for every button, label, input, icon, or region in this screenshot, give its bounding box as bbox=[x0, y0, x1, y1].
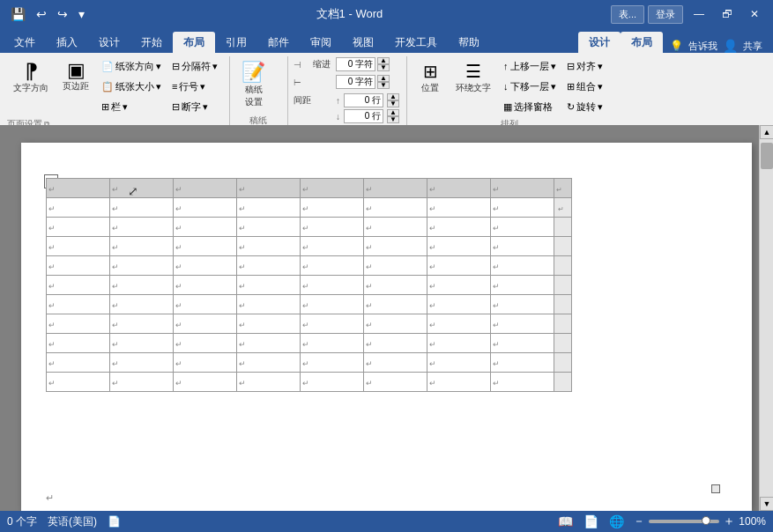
table-cell[interactable]: ↵ bbox=[47, 276, 110, 295]
table-cell[interactable]: ↵ bbox=[427, 373, 491, 392]
zoom-slider[interactable] bbox=[649, 520, 719, 523]
table-cell[interactable]: ↵ bbox=[301, 198, 364, 218]
doc-check-icon[interactable]: 📄 bbox=[108, 515, 121, 528]
table-cell[interactable]: ↵ bbox=[47, 334, 110, 353]
minimize-btn[interactable]: — bbox=[687, 4, 711, 24]
table-cell[interactable]: ↵ bbox=[427, 334, 491, 353]
table-cell[interactable]: ↵ bbox=[237, 276, 301, 295]
indent-left-input[interactable] bbox=[336, 57, 375, 71]
scroll-thumb[interactable] bbox=[761, 143, 773, 169]
table-cell[interactable]: ↵ bbox=[427, 218, 491, 237]
redo-quick-btn[interactable]: ↪ bbox=[54, 5, 71, 23]
tab-review[interactable]: 审阅 bbox=[300, 32, 342, 53]
table-cell[interactable]: ↵ bbox=[301, 179, 364, 198]
table-cell[interactable]: ↵ bbox=[427, 314, 491, 334]
paper-size-btn[interactable]: 📋 纸张大小 ▾ bbox=[97, 78, 166, 96]
tab-design[interactable]: 设计 bbox=[88, 32, 130, 53]
table-cell[interactable]: ↵ bbox=[174, 314, 237, 334]
table-cell[interactable]: ↵ bbox=[110, 373, 174, 392]
table-cell[interactable]: ↵ bbox=[364, 276, 427, 295]
table-cell[interactable]: ↵ bbox=[364, 314, 427, 334]
bring-forward-btn[interactable]: ↑ 上移一层 ▾ bbox=[499, 57, 561, 76]
tab-insert[interactable]: 插入 bbox=[46, 32, 88, 53]
table-cell[interactable]: ↵ bbox=[174, 334, 237, 353]
table-cell[interactable]: ↵ bbox=[554, 198, 572, 218]
tab-design2[interactable]: 设计 bbox=[578, 32, 621, 53]
undo-quick-btn[interactable]: ↩ bbox=[33, 5, 50, 23]
quick-access-more-btn[interactable]: ▾ bbox=[75, 5, 88, 23]
table-cell[interactable]: ↵ bbox=[491, 276, 554, 295]
table-cell[interactable]: ↵ bbox=[47, 179, 110, 198]
indent-right-input[interactable] bbox=[336, 75, 375, 89]
table-cell[interactable]: ↵ bbox=[47, 198, 110, 218]
line-numbers-btn[interactable]: ≡ 行号 ▾ bbox=[167, 78, 222, 96]
table-cell[interactable]: ↵ bbox=[174, 256, 237, 276]
table-cell[interactable]: ↵ bbox=[237, 198, 301, 218]
table-cell[interactable]: ↵ bbox=[47, 218, 110, 237]
table-cell[interactable] bbox=[554, 218, 572, 237]
table-cell[interactable]: ↵ bbox=[110, 295, 174, 314]
table-cell[interactable]: ↵ bbox=[237, 353, 301, 373]
restore-btn[interactable]: 🗗 bbox=[715, 4, 740, 24]
position-btn[interactable]: ⊞ 位置 bbox=[413, 56, 448, 116]
table-cell[interactable]: ↵ bbox=[110, 237, 174, 256]
selection-pane-btn[interactable]: ▦ 选择窗格 bbox=[499, 98, 561, 116]
table-cell[interactable]: ↵ bbox=[47, 295, 110, 314]
table-cell[interactable]: ↵ bbox=[427, 256, 491, 276]
scroll-down-btn[interactable]: ▼ bbox=[760, 497, 773, 511]
tab-developer[interactable]: 开发工具 bbox=[384, 32, 448, 53]
table-cell[interactable]: ↵ bbox=[237, 218, 301, 237]
document-page[interactable]: ⊕ ↵ ↵ ⤢ ↵ ↵ ↵ ↵ ↵ ↵ ↵ ↵ ↵ ↵ bbox=[21, 143, 752, 511]
table-cell[interactable]: ↵ bbox=[364, 198, 427, 218]
table-cell[interactable]: ↵ bbox=[491, 179, 554, 198]
print-layout-icon[interactable]: 📄 bbox=[582, 513, 600, 530]
table-cell[interactable]: ↵ bbox=[110, 198, 174, 218]
tab-file[interactable]: 文件 bbox=[4, 32, 46, 53]
zoom-in-btn[interactable]: ＋ bbox=[723, 514, 735, 529]
tab-layout[interactable]: 布局 bbox=[173, 32, 215, 53]
table-cell[interactable]: ↵ bbox=[237, 295, 301, 314]
tab-view[interactable]: 视图 bbox=[342, 32, 384, 53]
columns-btn[interactable]: ⊞ 栏 ▾ bbox=[97, 98, 166, 116]
table-cell[interactable]: ↵ bbox=[301, 218, 364, 237]
table-cell[interactable]: ↵ bbox=[364, 295, 427, 314]
table-cell[interactable]: ↵ bbox=[47, 373, 110, 392]
table-cell[interactable]: ↵ bbox=[110, 256, 174, 276]
table-cell[interactable]: ↵ bbox=[237, 314, 301, 334]
text-direction-btn[interactable]: ⁋ 文字方向 bbox=[7, 56, 55, 106]
indent-right-down[interactable]: ▼ bbox=[377, 82, 390, 89]
table-cell[interactable]: ↵ bbox=[301, 256, 364, 276]
table-cell[interactable]: ↵ bbox=[301, 334, 364, 353]
table-cell[interactable]: ↵ bbox=[110, 353, 174, 373]
table-cell[interactable]: ↵ bbox=[491, 334, 554, 353]
table-cell[interactable]: ↵ bbox=[364, 237, 427, 256]
table-cell[interactable]: ↵ bbox=[174, 276, 237, 295]
table-cell[interactable]: ↵ bbox=[110, 314, 174, 334]
table-cell[interactable]: ↵ bbox=[364, 256, 427, 276]
rotate-btn[interactable]: ↻ 旋转 ▾ bbox=[562, 98, 607, 116]
table-cell[interactable]: ↵ ⤢ bbox=[110, 179, 174, 198]
table-cell[interactable]: ↵ bbox=[174, 373, 237, 392]
table-cell[interactable]: ↵ bbox=[364, 373, 427, 392]
indent-left-down[interactable]: ▼ bbox=[377, 64, 390, 71]
table-cell[interactable]: ↵ bbox=[491, 314, 554, 334]
save-quick-btn[interactable]: 💾 bbox=[7, 5, 29, 23]
table-cell[interactable]: ↵ bbox=[174, 179, 237, 198]
table-cell[interactable]: ↵ bbox=[174, 353, 237, 373]
table-cell[interactable]: ↵ bbox=[491, 198, 554, 218]
table-cell[interactable] bbox=[554, 314, 572, 334]
table-cell[interactable] bbox=[554, 276, 572, 295]
read-mode-icon[interactable]: 📖 bbox=[556, 513, 575, 530]
table-cell[interactable]: ↵ bbox=[364, 334, 427, 353]
table-cell[interactable]: ↵ bbox=[427, 198, 491, 218]
table-cell[interactable]: ↵ bbox=[427, 353, 491, 373]
tab-references[interactable]: 引用 bbox=[215, 32, 257, 53]
table-cell[interactable] bbox=[554, 334, 572, 353]
draft-settings-btn[interactable]: 📝 稿纸设置 bbox=[235, 56, 271, 113]
table-cell[interactable]: ↵ bbox=[47, 353, 110, 373]
table-cell[interactable]: ↵ bbox=[174, 218, 237, 237]
close-btn[interactable]: ✕ bbox=[743, 4, 766, 24]
table-cell[interactable]: ↵ bbox=[364, 353, 427, 373]
table-cell[interactable]: ↵ bbox=[237, 237, 301, 256]
table-cell[interactable]: ↵ bbox=[110, 218, 174, 237]
